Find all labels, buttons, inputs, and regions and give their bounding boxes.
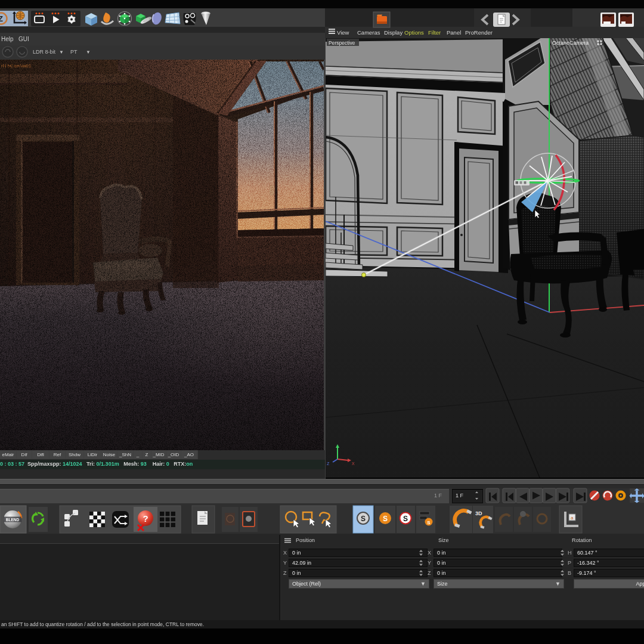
svg-text:Z: Z xyxy=(327,462,330,466)
svg-text:X: X xyxy=(352,462,355,466)
svg-text:Perspective: Perspective xyxy=(329,40,355,46)
svg-text:OctaneCamera: OctaneCamera xyxy=(552,40,589,46)
